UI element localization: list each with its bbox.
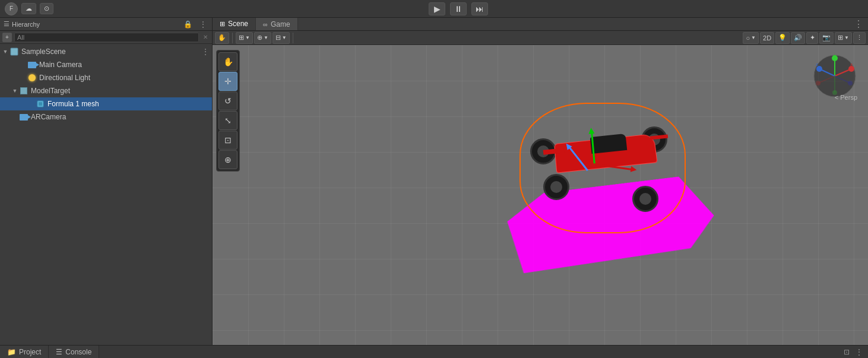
persp-label[interactable]: < Persp [835, 94, 857, 101]
scene-icon [9, 47, 19, 56]
toolbar-more-btn[interactable]: ⋮ [853, 32, 866, 44]
scene-tab-label: Scene [228, 20, 248, 28]
toolbar-grid-snap-btn[interactable]: ⊞ ▼ [236, 32, 253, 44]
top-bar: F ☁ ⊙ ▶ ⏸ ⏭ [0, 0, 868, 18]
console-label: Console [65, 348, 91, 356]
toolbar-2d-btn[interactable]: 2D [760, 32, 774, 44]
tool-move[interactable]: ✛ [218, 72, 237, 91]
toolbar-gizmos-btn[interactable]: ○ ▼ [743, 32, 759, 44]
game-tab-label: Game [271, 20, 290, 28]
tool-panel: ✋ ✛ ↺ ⤡ ⊡ ⊕ [216, 50, 240, 172]
bottom-restore-icon[interactable]: ⊡ [842, 347, 851, 357]
tab-bar: ⊞ Scene ∞ Game ⋮ [213, 18, 868, 31]
top-bar-center: ▶ ⏸ ⏭ [53, 2, 863, 15]
main-camera-label: Main Camera [39, 61, 82, 69]
step-button[interactable]: ⏭ [471, 2, 488, 15]
toolbar-fx-btn[interactable]: ✦ [806, 32, 818, 44]
grid-icon: ⊟ [275, 34, 281, 42]
layers-icon: ⊞ [838, 34, 843, 42]
hierarchy-more-icon[interactable]: ⋮ [198, 20, 208, 29]
gizmos-sphere-icon: ○ [746, 34, 750, 42]
cube-icon-modeltarget [19, 86, 28, 96]
toolbar-right: ○ ▼ 2D 💡 🔊 ✦ 📷 ⊞ [743, 32, 866, 44]
toolbar-audio-btn[interactable]: 🔊 [791, 32, 805, 44]
light-icon-directional [27, 73, 37, 83]
tab-game[interactable]: ∞ Game [256, 18, 298, 30]
fx-icon: ✦ [810, 34, 815, 42]
scene-viewport[interactable]: ✋ ✛ ↺ ⤡ ⊡ ⊕ [213, 45, 868, 345]
project-icon: 📁 [7, 348, 16, 356]
samplescene-label: SampleScene [21, 47, 66, 56]
top-bar-left: F ☁ ⊙ [5, 2, 53, 15]
svg-point-14 [816, 81, 821, 85]
game-tab-icon: ∞ [263, 21, 268, 28]
toolbar-grid-btn[interactable]: ⊟ ▼ [273, 32, 290, 44]
toolbar-sep-2 [293, 33, 293, 43]
svg-rect-0 [11, 48, 18, 55]
gizmo-widget[interactable]: x y z < Persp [811, 52, 859, 100]
grid-arrow: ▼ [282, 35, 287, 40]
hierarchy-clear-icon[interactable]: ✕ [201, 33, 210, 41]
hierarchy-item-main-camera[interactable]: Main Camera [0, 58, 212, 71]
light-icon-toolbar: 💡 [778, 34, 787, 42]
collab-button[interactable]: ⊙ [40, 3, 53, 14]
hierarchy-title: Hierarchy [12, 21, 40, 28]
arcamera-label: ARCamera [31, 113, 66, 121]
toolbar-pivot-btn[interactable]: ⊕ ▼ [254, 32, 271, 44]
camera-icon-main [27, 60, 37, 69]
svg-rect-2 [39, 102, 42, 106]
hierarchy-header: ☰ Hierarchy 🔒 ⋮ [0, 18, 212, 31]
hierarchy-item-formula1mesh[interactable]: Formula 1 mesh [0, 97, 212, 110]
svg-text:z: z [816, 62, 818, 67]
cloud-button[interactable]: ☁ [21, 3, 36, 14]
hierarchy-item-arcamera[interactable]: ARCamera [0, 110, 212, 123]
toolbar-layers-btn[interactable]: ⊞ ▼ [835, 32, 852, 44]
hierarchy-item-modeltarget[interactable]: ▼ ModelTarget [0, 84, 212, 97]
expand-arrow-samplescene: ▼ [1, 49, 9, 55]
hierarchy-header-icons: 🔒 ⋮ [182, 20, 208, 29]
tab-scene[interactable]: ⊞ Scene [213, 18, 256, 30]
hierarchy-lock-icon[interactable]: 🔒 [182, 20, 194, 29]
hierarchy-items: ▼ SampleScene ⋮ Main Camera [0, 44, 212, 345]
grid-overlay [213, 45, 868, 345]
tab-more-button[interactable]: ⋮ [849, 18, 868, 30]
orientation-gizmo-svg: x y z [811, 52, 859, 100]
scene-tab-icon: ⊞ [220, 20, 225, 28]
more-icon-toolbar: ⋮ [856, 34, 863, 42]
toolbar-light-btn[interactable]: 💡 [775, 32, 790, 44]
play-button[interactable]: ▶ [429, 2, 445, 15]
bottom-more-icon[interactable]: ⋮ [854, 347, 864, 357]
samplescene-more-icon[interactable]: ⋮ [201, 47, 210, 56]
scene-area: ⊞ Scene ∞ Game ⋮ ✋ ⊞ ▼ ⊕ ▼ ⊟ ▼ [213, 18, 868, 345]
hierarchy-menu-icon: ☰ [4, 20, 9, 28]
scene-toolbar: ✋ ⊞ ▼ ⊕ ▼ ⊟ ▼ ○ ▼ 2D [213, 31, 868, 45]
formula1mesh-label: Formula 1 mesh [47, 100, 99, 108]
user-avatar[interactable]: F [5, 2, 18, 15]
bottom-tab-console[interactable]: ☰ Console [49, 346, 99, 359]
hierarchy-add-button[interactable]: + [2, 33, 12, 42]
hierarchy-search-input[interactable] [14, 33, 199, 42]
tool-hand[interactable]: ✋ [218, 52, 237, 71]
hierarchy-item-samplescene[interactable]: ▼ SampleScene ⋮ [0, 45, 212, 58]
hierarchy-item-directional-light[interactable]: Directional Light [0, 71, 212, 84]
audio-icon: 🔊 [794, 34, 802, 42]
tool-scale-rect[interactable]: ⤡ [218, 111, 237, 130]
tool-rotate[interactable]: ↺ [218, 91, 237, 110]
cloud-icon: ☁ [26, 5, 32, 12]
expand-arrow-modeltarget: ▼ [11, 88, 19, 94]
tool-rect[interactable]: ⊡ [218, 131, 237, 150]
svg-point-18 [848, 81, 853, 85]
svg-text:y: y [834, 53, 836, 58]
tool-transform[interactable]: ⊕ [218, 150, 237, 169]
pivot-icon: ⊕ [257, 34, 262, 42]
camera-icon-toolbar: 📷 [822, 34, 831, 42]
collab-icon: ⊙ [44, 5, 49, 12]
directional-light-label: Directional Light [39, 74, 90, 82]
pause-button[interactable]: ⏸ [450, 2, 467, 15]
toolbar-hand-btn[interactable]: ✋ [215, 32, 229, 44]
toolbar-camera-btn[interactable]: 📷 [819, 32, 834, 44]
bottom-bar: 📁 Project ☰ Console ⊡ ⋮ [0, 345, 868, 358]
bottom-tab-project[interactable]: 📁 Project [0, 346, 49, 359]
gizmos-arrow: ▼ [751, 35, 756, 40]
main-content: ☰ Hierarchy 🔒 ⋮ + ✕ ▼ SampleScene [0, 18, 868, 345]
